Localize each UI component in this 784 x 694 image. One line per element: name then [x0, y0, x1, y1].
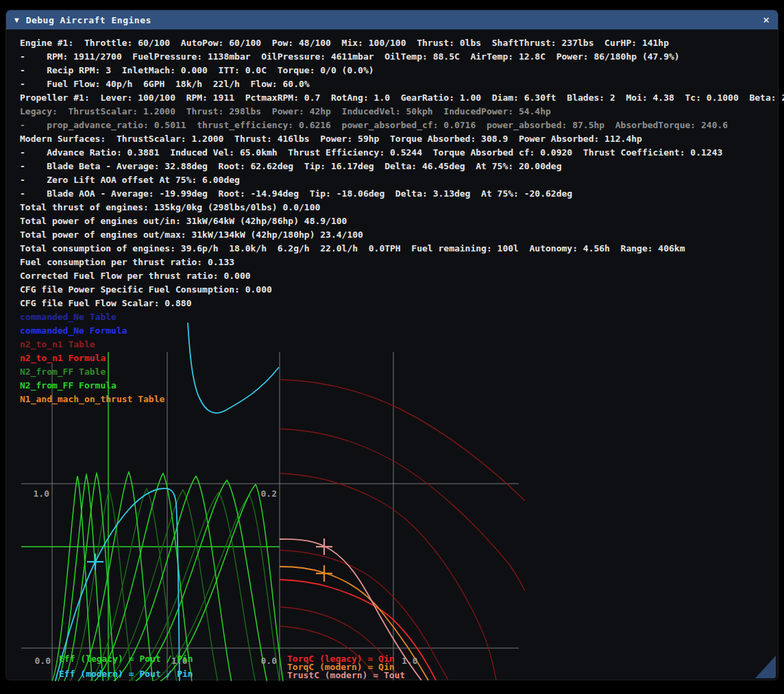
debug-line: CFG file Fuel Flow Scalar: 0.880 [20, 297, 784, 310]
axis-tick-label: 0.2 [261, 488, 277, 499]
axis-tick-label: 1.0 [402, 656, 418, 666]
legend-item: n2_to_n1 Table [20, 338, 784, 351]
debug-line: - Blade Beta - Average: 32.88deg Root: 6… [20, 160, 784, 173]
debug-line: Legacy: ThrustScalar: 1.2000 Thrust: 298… [20, 105, 784, 119]
legend-item: commanded_Ne Formula [20, 324, 784, 338]
debug-line: - Recip RPM: 3 InletMach: 0.000 ITT: 0.0… [20, 64, 784, 77]
debug-line: - Advance Ratio: 0.3881 Induced Vel: 65.… [20, 146, 784, 160]
curve-n2-from-ff-table [64, 490, 133, 681]
curve-eff-modern [54, 488, 180, 681]
legend-item: N1_and_mach_on_thrust Table [20, 393, 784, 406]
debug-line: Total thrust of engines: 135kg/0kg (298l… [20, 201, 784, 214]
debug-line: Total power of engines out/in: 31kW/64kW… [20, 214, 784, 228]
debug-line: Corrected Fuel Flow per thrust ratio: 0.… [20, 269, 784, 283]
formula-label: TorqC (modern) = Qin [287, 662, 395, 672]
debug-text: Engine #1: Throttle: 60/100 AutoPow: 60/… [20, 36, 784, 406]
debug-line: - Zero Lift AOA offset At 75%: 6.00deg [20, 173, 784, 187]
curve-eff-legacy [60, 473, 116, 681]
window-title: Debug Aircraft Engines [26, 15, 151, 25]
axis-tick-label: 1.0 [171, 656, 188, 666]
curve-torqc-legacy [280, 580, 436, 680]
debug-line: CFG file Power Specific Fuel Consumption… [20, 283, 784, 297]
debug-window: ▼ Debug Aircraft Engines ✕ 1.00.20.01.00… [5, 10, 779, 680]
curve-torqc-table [280, 626, 378, 680]
curve-torqc-table [280, 550, 448, 680]
curve-eff-legacy [102, 476, 232, 681]
debug-line: Engine #1: Throttle: 60/100 AutoPow: 60/… [20, 36, 784, 50]
axis-tick-label: 0.0 [261, 656, 278, 666]
curve-n2-from-ff-table [116, 493, 256, 681]
curve-eff-legacy [123, 480, 268, 681]
curve-eff-legacy [85, 473, 193, 681]
resize-handle[interactable] [753, 656, 776, 679]
titlebar[interactable]: ▼ Debug Aircraft Engines ✕ [6, 10, 778, 29]
curve-eff-legacy [49, 476, 93, 681]
debug-line: - Blade AOA - Average: -19.99deg Root: -… [20, 187, 784, 201]
curve-n2-from-ff-table [95, 490, 219, 681]
curve-trustc-modern [280, 539, 421, 680]
formula-label: Eff (legacy) = Pout / Pin [59, 654, 193, 664]
curve-eff-legacy [147, 484, 284, 681]
axis-tick-label: 1.0 [34, 488, 50, 499]
legend-item: N2_from_FF Formula [20, 379, 784, 393]
curve-n2-from-ff-table [140, 495, 280, 681]
debug-line: Fuel consumption per thrust ratio: 0.133 [20, 256, 784, 269]
close-icon[interactable]: ✕ [763, 14, 770, 25]
legend-item: n2_to_n1 Formula [20, 351, 784, 365]
formula-label: Eff (modern) = Pout / Pin [59, 669, 193, 679]
curve-torqc-modern [280, 567, 428, 680]
curve-eff-legacy [54, 475, 103, 681]
curve-torqc-table [280, 607, 400, 680]
debug-line: Total consumption of engines: 39.6p/h 18… [20, 242, 784, 256]
formula-label: TrustC (modern) = Tout [287, 670, 405, 680]
curve-eff-legacy [71, 472, 154, 681]
debug-line: - RPM: 1911/2700 FuelPressure: 1138mbar … [20, 50, 784, 64]
debug-line: Propeller #1: Lever: 100/100 RPM: 1911 P… [20, 91, 784, 105]
legend-item: commanded_Ne Table [20, 310, 784, 324]
axis-tick-label: 0.0 [35, 656, 51, 666]
debug-line: Total power of engines out/max: 31kW/134… [20, 228, 784, 242]
curve-torqc-table [280, 429, 525, 591]
curve-torqc-table [280, 473, 496, 680]
formula-label: TorqC (legacy) = Qin [287, 654, 395, 664]
curve-n2-from-ff-table [82, 488, 177, 681]
legend-item: N2_from_FF Table [20, 365, 784, 379]
debug-line: - Fuel Flow: 40p/h 6GPH 18k/h 22l/h Flow… [20, 77, 784, 91]
debug-line: - prop_advance_ratio: 0.5011 thrust_effi… [20, 119, 784, 132]
debug-line: Modern Surfaces: ThrustScalar: 1.2000 Th… [20, 132, 784, 146]
collapse-icon[interactable]: ▼ [14, 16, 19, 25]
